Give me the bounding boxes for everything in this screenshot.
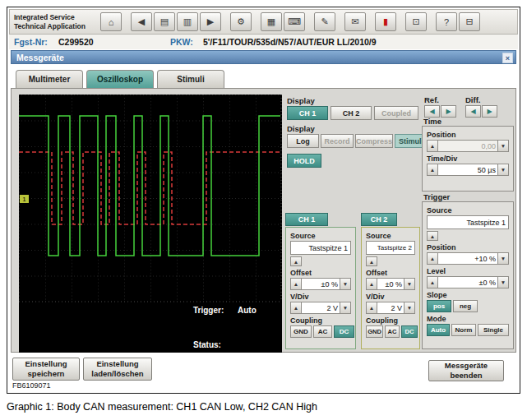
time-position-value[interactable]: 0,00 xyxy=(438,140,497,152)
home-button[interactable]: ⌂ xyxy=(100,12,122,31)
time-group-title: Time xyxy=(423,117,441,126)
spin-down-button[interactable]: ▼ xyxy=(404,302,415,314)
window-button[interactable]: ⊟ xyxy=(459,12,480,31)
ch1-offset-value[interactable]: ±0 % xyxy=(302,278,340,290)
mode-auto-button[interactable]: Auto xyxy=(427,324,450,336)
edit-button[interactable]: ✎ xyxy=(314,12,335,31)
arrow-up-icon: ▲ xyxy=(430,256,435,261)
ref-next-button[interactable]: ▶ xyxy=(441,105,456,118)
figure-caption: Graphic 1: Body CAN measurement: CH1 CAN… xyxy=(7,401,520,413)
spin-up-button[interactable]: ▲ xyxy=(427,140,438,152)
display-compress-button[interactable]: Compress xyxy=(355,134,393,148)
tab-oszilloskop[interactable]: Oszilloskop xyxy=(86,70,154,88)
ch2-vdiv-value[interactable]: 2 V xyxy=(377,302,404,314)
ch2-coupling-label: Coupling xyxy=(366,316,415,325)
ch1-vdiv-value[interactable]: 2 V xyxy=(302,302,340,314)
trigger-position-label: Position xyxy=(427,243,509,252)
spin-up-button[interactable]: ▲ xyxy=(366,302,377,314)
spin-down-button[interactable]: ▼ xyxy=(497,164,509,176)
display-record-button[interactable]: Record xyxy=(321,134,354,148)
ch2-ac-button[interactable]: AC xyxy=(385,325,400,338)
help-button[interactable]: ? xyxy=(436,12,457,31)
slope-neg-button[interactable]: neg xyxy=(453,300,478,312)
mail-button[interactable]: ✉ xyxy=(344,12,366,31)
ch1-header-button[interactable]: CH 1 xyxy=(285,213,328,226)
time-position-label: Position xyxy=(427,131,509,139)
back-button[interactable]: ◀ xyxy=(131,12,152,31)
ch2-source-label: Source xyxy=(366,232,415,240)
ch2-gnd-button[interactable]: GND xyxy=(366,325,383,338)
ch1-dc-button[interactable]: DC xyxy=(334,325,354,338)
trigger-position-value[interactable]: +10 % xyxy=(438,252,497,265)
ch2-offset-value[interactable]: ±0 % xyxy=(377,278,404,290)
spin-down-button[interactable]: ▼ xyxy=(497,140,509,152)
forward-button[interactable]: ▶ xyxy=(200,12,221,31)
ch2-source-field[interactable]: Tastspitze 2 xyxy=(366,241,415,255)
arrow-up-icon: ▲ xyxy=(430,143,435,149)
ch1-ac-button[interactable]: AC xyxy=(313,325,332,338)
keyboard-button[interactable]: ⌨ xyxy=(284,12,305,31)
arrow-up-icon: ▲ xyxy=(294,259,298,265)
display-log-button[interactable]: Log xyxy=(287,134,319,148)
trigger-source-field[interactable]: Tastspitze 1 xyxy=(427,215,509,229)
arrow-down-icon: ▼ xyxy=(343,305,348,311)
vehicle-bar: Fgst-Nr: C299520 PKW: 5'/F11/TOUR/535d/N… xyxy=(9,35,518,49)
trigger-level-value[interactable]: ±0 % xyxy=(438,276,497,288)
spin-down-button[interactable]: ▼ xyxy=(340,278,351,290)
trigger-group-title: Trigger xyxy=(423,192,450,201)
document-forward-button[interactable]: ▥ xyxy=(177,12,198,31)
pkw-label: PKW: xyxy=(170,37,193,47)
mode-norm-button[interactable]: Norm xyxy=(451,324,476,336)
spin-up-button[interactable]: ▲ xyxy=(290,278,302,290)
ch1-source-up-button[interactable]: ▲ xyxy=(290,256,302,266)
spin-up-button[interactable]: ▲ xyxy=(366,278,377,290)
arrow-down-icon: ▼ xyxy=(501,256,506,261)
arrow-up-icon: ▲ xyxy=(294,305,298,311)
ch1-gnd-button[interactable]: GND xyxy=(290,325,312,338)
display-ch1-button[interactable]: CH 1 xyxy=(287,106,328,120)
spin-down-button[interactable]: ▼ xyxy=(497,252,509,265)
spin-up-button[interactable]: ▲ xyxy=(427,164,438,176)
ch1-source-field[interactable]: Tastspitze 1 xyxy=(290,241,351,255)
monitor-icon: ⊡ xyxy=(412,16,419,27)
trigger-source-up-button[interactable]: ▲ xyxy=(427,231,438,241)
spin-up-button[interactable]: ▲ xyxy=(427,276,438,288)
load-settings-button[interactable]: Einstellung laden/löschen xyxy=(83,358,152,381)
ch2-vdiv-spinner: ▲ 2 V ▼ xyxy=(366,302,415,314)
ch2-dc-button[interactable]: DC xyxy=(401,325,418,338)
arrow-up-icon: ▲ xyxy=(430,279,435,285)
slope-pos-button[interactable]: pos xyxy=(427,300,451,312)
timediv-value[interactable]: 50 µs xyxy=(438,164,497,176)
pkw-value: 5'/F11/TOUR/535d/N57/AUT/EUR LL/2010/9 xyxy=(203,37,377,47)
tab-stimuli[interactable]: Stimuli xyxy=(157,70,224,88)
channel1-marker-label: 1 xyxy=(22,196,26,203)
document-back-button[interactable]: ▤ xyxy=(154,12,175,31)
ref-prev-button[interactable]: ◀ xyxy=(424,105,440,118)
close-button[interactable]: × xyxy=(502,53,513,63)
monitor-button[interactable]: ⊡ xyxy=(405,12,427,31)
spin-down-button[interactable]: ▼ xyxy=(497,276,509,288)
spin-up-button[interactable]: ▲ xyxy=(290,302,302,314)
slope-buttons: pos neg xyxy=(427,300,509,312)
diff-prev-button[interactable]: ◀ xyxy=(465,105,481,118)
save-settings-button[interactable]: Einstellung speichern xyxy=(12,358,80,381)
tab-multimeter[interactable]: Multimeter xyxy=(16,70,83,88)
display-ch2-button[interactable]: CH 2 xyxy=(331,106,372,120)
exit-button[interactable]: Messgeräte beenden xyxy=(428,360,504,381)
hold-button[interactable]: HOLD xyxy=(287,154,321,168)
back-icon: ◀ xyxy=(138,16,145,27)
keyboard-icon: ⌨ xyxy=(288,16,301,27)
spin-down-button[interactable]: ▼ xyxy=(340,302,351,314)
ch2-source-up-button[interactable]: ▲ xyxy=(366,256,377,266)
display-coupled-button[interactable]: Coupled xyxy=(374,106,418,120)
service-button[interactable]: ⚙ xyxy=(230,12,252,31)
diff-next-button[interactable]: ▶ xyxy=(482,105,497,118)
print-button[interactable]: ▦ xyxy=(261,12,282,31)
envelope-icon: ✉ xyxy=(351,16,358,27)
ch2-header-button[interactable]: CH 2 xyxy=(361,213,397,226)
arrow-right-icon: ▶ xyxy=(446,108,451,115)
spin-up-button[interactable]: ▲ xyxy=(427,252,438,265)
battery-button[interactable]: ▮ xyxy=(375,12,396,31)
spin-down-button[interactable]: ▼ xyxy=(404,278,415,290)
mode-single-button[interactable]: Single xyxy=(478,324,509,336)
